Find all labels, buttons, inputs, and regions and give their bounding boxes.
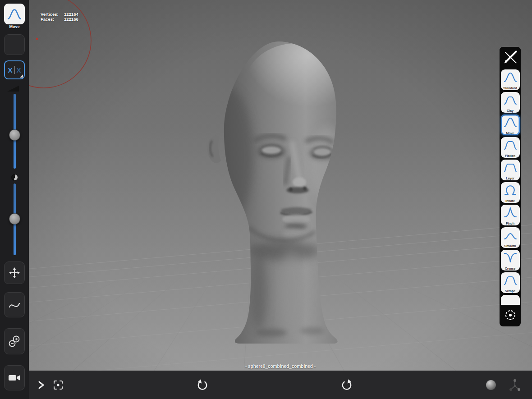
move-arrows-icon	[9, 267, 20, 279]
brush-label: Smooth	[501, 244, 520, 248]
paintbrush-icon	[502, 49, 518, 65]
brush-label: Move	[501, 132, 520, 135]
brush-label: Pinch	[501, 222, 520, 225]
material-sphere-button[interactable]	[486, 380, 496, 390]
brush-intensity-slider[interactable]	[0, 183, 29, 257]
funnel-curve-icon	[503, 251, 518, 264]
brush-inflate[interactable]: Inflate	[501, 182, 520, 203]
mesh-stats: Vertices:122164 Faces:122166	[41, 12, 78, 22]
layer-curve-icon	[503, 161, 518, 174]
brush-palette: StandardClayMoveFlattenLayerInflatePinch…	[500, 47, 521, 326]
brush-label: Standard	[501, 87, 520, 90]
vertices-value: 122164	[64, 12, 78, 17]
undo-button[interactable]	[197, 379, 208, 391]
viewport[interactable]: Vertices:122164 Faces:122166 - sphere0_c…	[29, 0, 532, 371]
secondary-tool-slot[interactable]	[4, 34, 25, 55]
brush-intensity-knob[interactable]	[9, 213, 20, 225]
faces-value: 122166	[64, 17, 78, 22]
focus-target-icon	[52, 379, 64, 391]
chevron-right-icon	[37, 381, 45, 390]
clay-curve-icon	[503, 93, 518, 106]
move-tool-icon-box[interactable]	[4, 4, 25, 24]
brush-size-knob[interactable]	[9, 129, 20, 141]
transform-button[interactable]	[4, 261, 25, 284]
undo-icon	[197, 379, 208, 391]
gizmo-dotted-circle-icon	[502, 307, 518, 323]
focus-button[interactable]	[52, 379, 64, 391]
brush-label: Scrape	[501, 289, 520, 293]
stroke-curve-button[interactable]	[4, 292, 25, 317]
flat-curve-icon	[503, 274, 518, 286]
brush-scrape[interactable]: Scrape	[501, 272, 520, 293]
redo-button[interactable]	[341, 379, 353, 391]
bell-curve-icon	[503, 116, 518, 128]
omega-curve-icon	[503, 183, 518, 196]
zoom-button[interactable]	[4, 328, 25, 354]
brush-label: Layer	[501, 177, 520, 180]
brush-layer[interactable]: Layer	[501, 160, 520, 180]
zoom-plus-minus-icon	[8, 335, 21, 348]
bottom-bar	[29, 371, 532, 399]
brush-pinch[interactable]: Pinch	[501, 205, 520, 225]
gizmo-toggle-button[interactable]	[500, 305, 521, 326]
app-root: Move X X	[0, 0, 532, 399]
sculpt-model-head	[204, 39, 355, 345]
lowbell-curve-icon	[503, 229, 518, 241]
brush-standard[interactable]: Standard	[501, 69, 520, 90]
brush-label: Flatten	[501, 154, 520, 157]
bell-curve-icon	[503, 71, 518, 83]
spike-curve-icon	[503, 206, 518, 219]
faces-label: Faces:	[41, 17, 64, 22]
axis-gizmo-icon	[508, 378, 522, 392]
brush-clay[interactable]: Clay	[501, 92, 520, 113]
brush-label: Inflate	[501, 199, 520, 202]
expand-button[interactable]	[37, 381, 45, 390]
symmetry-right-label: X	[17, 66, 21, 74]
redo-icon	[341, 379, 353, 391]
brush-clipped[interactable]	[501, 295, 520, 305]
intensity-icon	[11, 174, 18, 181]
brush-crease[interactable]: Crease	[501, 250, 520, 271]
camera-icon	[8, 371, 21, 384]
brush-label: Crease	[501, 267, 520, 270]
brush-cursor-dot	[36, 38, 38, 40]
active-tool-label: Move	[0, 24, 29, 29]
corner-fold-icon	[20, 74, 23, 78]
axis-gizmo-button[interactable]	[508, 378, 522, 392]
brush-smooth[interactable]: Smooth	[501, 227, 520, 248]
symmetry-button[interactable]: X X	[4, 60, 25, 79]
brush-label: Clay	[501, 109, 520, 112]
symmetry-divider	[14, 66, 15, 74]
flat-curve-icon	[503, 138, 518, 151]
brush-menu-button[interactable]	[500, 47, 521, 68]
brush-list: StandardClayMoveFlattenLayerInflatePinch…	[500, 68, 521, 305]
camera-button[interactable]	[4, 365, 25, 390]
falloff-wedge-icon[interactable]	[7, 86, 19, 92]
left-toolbar: Move X X	[0, 0, 29, 399]
symmetry-left-label: X	[8, 66, 12, 74]
bell-curve-icon	[7, 7, 22, 21]
brush-size-slider[interactable]	[0, 94, 29, 170]
vertices-label: Vertices:	[41, 12, 64, 17]
brush-move[interactable]: Move	[501, 115, 520, 135]
curve-icon	[8, 298, 21, 312]
model-name: - sphere0_combined_combined -	[29, 364, 532, 369]
brush-flatten[interactable]: Flatten	[501, 137, 520, 158]
